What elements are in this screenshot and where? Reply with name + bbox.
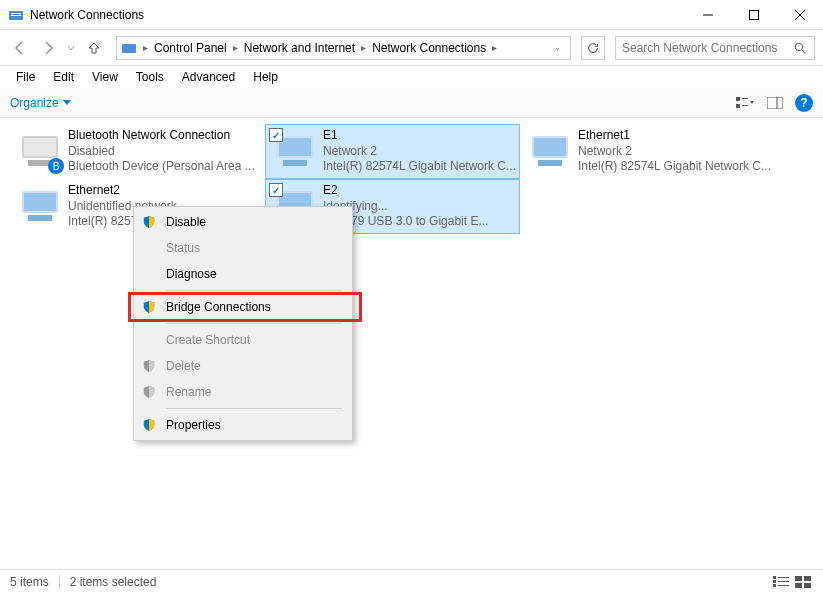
svg-point-8 bbox=[795, 43, 802, 50]
network-adapter-icon: ✓ bbox=[269, 128, 321, 176]
svg-rect-28 bbox=[24, 193, 56, 211]
statusbar: 5 items 2 items selected bbox=[0, 569, 823, 593]
breadcrumb-item[interactable]: Network Connections bbox=[368, 41, 490, 55]
maximize-button[interactable] bbox=[731, 0, 777, 30]
recent-dropdown[interactable] bbox=[64, 36, 78, 60]
connection-bluetooth[interactable]: B Bluetooth Network Connection Disabled … bbox=[10, 124, 265, 179]
svg-rect-26 bbox=[538, 160, 562, 166]
svg-rect-37 bbox=[773, 584, 776, 587]
breadcrumb-item[interactable]: Control Panel bbox=[150, 41, 231, 55]
ctx-separator bbox=[166, 290, 342, 291]
chevron-icon[interactable]: ▸ bbox=[231, 42, 240, 53]
ctx-label: Diagnose bbox=[166, 267, 217, 281]
connection-detail: Bluetooth Device (Personal Area ... bbox=[68, 159, 255, 175]
ctx-icon-empty bbox=[140, 331, 158, 349]
ctx-status: Status bbox=[136, 235, 350, 261]
window-icon bbox=[8, 7, 24, 23]
ctx-disable[interactable]: Disable bbox=[136, 209, 350, 235]
svg-rect-22 bbox=[279, 138, 311, 156]
breadcrumb-icon bbox=[121, 40, 137, 56]
breadcrumb-bar[interactable]: ▸ Control Panel ▸ Network and Internet ▸… bbox=[116, 36, 571, 60]
svg-rect-36 bbox=[778, 581, 789, 582]
ctx-label: Delete bbox=[166, 359, 201, 373]
search-input[interactable] bbox=[622, 41, 794, 55]
menu-edit[interactable]: Edit bbox=[45, 68, 82, 86]
ctx-label: Bridge Connections bbox=[166, 300, 271, 314]
menu-tools[interactable]: Tools bbox=[128, 68, 172, 86]
svg-rect-23 bbox=[283, 160, 307, 166]
view-options-button[interactable] bbox=[735, 93, 755, 113]
ctx-separator bbox=[166, 408, 342, 409]
network-adapter-icon bbox=[524, 128, 576, 176]
ctx-delete: Delete bbox=[136, 353, 350, 379]
ctx-rename: Rename bbox=[136, 379, 350, 405]
connection-name: E2 bbox=[323, 183, 488, 199]
svg-rect-41 bbox=[795, 583, 802, 588]
breadcrumb-dropdown[interactable]: ⌄ bbox=[548, 43, 566, 52]
status-count: 5 items bbox=[10, 575, 49, 589]
svg-rect-10 bbox=[736, 97, 740, 101]
network-adapter-icon bbox=[14, 183, 66, 231]
svg-rect-11 bbox=[742, 98, 748, 99]
svg-rect-12 bbox=[736, 104, 740, 108]
menu-help[interactable]: Help bbox=[245, 68, 286, 86]
shield-icon bbox=[140, 298, 158, 316]
ctx-diagnose[interactable]: Diagnose bbox=[136, 261, 350, 287]
ctx-properties[interactable]: Properties bbox=[136, 412, 350, 438]
preview-pane-button[interactable] bbox=[765, 93, 785, 113]
status-selected: 2 items selected bbox=[70, 575, 157, 589]
content-area: B Bluetooth Network Connection Disabled … bbox=[0, 118, 823, 240]
navigation-bar: ▸ Control Panel ▸ Network and Internet ▸… bbox=[0, 30, 823, 66]
selection-checkbox[interactable]: ✓ bbox=[269, 183, 283, 197]
connection-detail: Intel(R) 82574L Gigabit Network C... bbox=[578, 159, 771, 175]
svg-rect-35 bbox=[773, 580, 776, 583]
help-button[interactable]: ? bbox=[795, 94, 813, 112]
connection-detail: Intel(R) 82574L Gigabit Network C... bbox=[323, 159, 516, 175]
connection-ethernet1[interactable]: Ethernet1 Network 2 Intel(R) 82574L Giga… bbox=[520, 124, 775, 179]
svg-rect-29 bbox=[28, 215, 52, 221]
network-adapter-icon: B bbox=[14, 128, 66, 176]
ctx-label: Create Shortcut bbox=[166, 333, 250, 347]
search-icon[interactable] bbox=[794, 41, 808, 55]
connection-status: Network 2 bbox=[323, 144, 516, 160]
organize-button[interactable]: Organize bbox=[10, 96, 71, 110]
chevron-icon[interactable]: ▸ bbox=[141, 42, 150, 53]
forward-button[interactable] bbox=[36, 36, 60, 60]
ctx-label: Rename bbox=[166, 385, 211, 399]
ctx-bridge-connections[interactable]: Bridge Connections bbox=[136, 294, 350, 320]
svg-rect-2 bbox=[11, 15, 21, 16]
up-button[interactable] bbox=[82, 36, 106, 60]
toolbar: Organize ? bbox=[0, 88, 823, 118]
view-details-button[interactable] bbox=[771, 574, 791, 590]
ctx-create-shortcut: Create Shortcut bbox=[136, 327, 350, 353]
breadcrumb-item[interactable]: Network and Internet bbox=[240, 41, 359, 55]
connection-name: E1 bbox=[323, 128, 516, 144]
search-box[interactable] bbox=[615, 36, 815, 60]
back-button[interactable] bbox=[8, 36, 32, 60]
minimize-button[interactable] bbox=[685, 0, 731, 30]
svg-text:B: B bbox=[53, 161, 60, 172]
svg-rect-33 bbox=[773, 576, 776, 579]
menu-view[interactable]: View bbox=[84, 68, 126, 86]
view-large-icons-button[interactable] bbox=[793, 574, 813, 590]
menu-file[interactable]: File bbox=[8, 68, 43, 86]
svg-rect-42 bbox=[804, 583, 811, 588]
shield-icon bbox=[140, 416, 158, 434]
svg-rect-25 bbox=[534, 138, 566, 156]
refresh-button[interactable] bbox=[581, 36, 605, 60]
svg-rect-7 bbox=[122, 44, 136, 53]
close-button[interactable] bbox=[777, 0, 823, 30]
organize-label: Organize bbox=[10, 96, 59, 110]
connection-e1[interactable]: ✓ E1 Network 2 Intel(R) 82574L Gigabit N… bbox=[265, 124, 520, 179]
chevron-icon[interactable]: ▸ bbox=[359, 42, 368, 53]
svg-rect-34 bbox=[778, 577, 789, 578]
window-controls bbox=[685, 0, 823, 30]
ctx-separator bbox=[166, 323, 342, 324]
menu-advanced[interactable]: Advanced bbox=[174, 68, 243, 86]
window-title: Network Connections bbox=[30, 8, 685, 22]
svg-rect-17 bbox=[24, 138, 56, 156]
selection-checkbox[interactable]: ✓ bbox=[269, 128, 283, 142]
status-separator bbox=[59, 575, 60, 589]
context-menu: Disable Status Diagnose Bridge Connectio… bbox=[133, 206, 353, 441]
chevron-icon[interactable]: ▸ bbox=[490, 42, 499, 53]
